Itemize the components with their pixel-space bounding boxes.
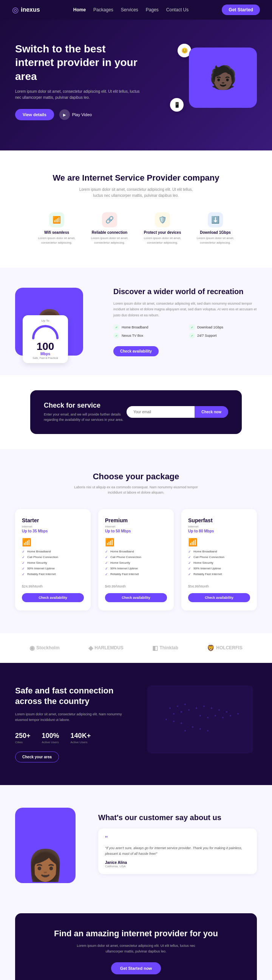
quote-author: Janice Alina — [105, 861, 250, 865]
pkg-premium-price: $49.99/Month — [105, 581, 167, 589]
stats-description: Lorem ipsum dolor sit amet, consectetur … — [15, 711, 128, 723]
pkg-starter-f0: ✓Home Broadband — [22, 550, 84, 554]
discover-checklist: ✓ Home Broadband ✓ Download 1Gbps ✓ Nexu… — [114, 324, 257, 339]
check-item-2: ✓ Nexus TV Box — [114, 332, 181, 339]
svg-point-22 — [184, 730, 186, 732]
pkg-starter-cta-button[interactable]: Check availability — [22, 593, 84, 602]
pkg-starter-type: Internet — [22, 525, 84, 528]
isp-description: Lorem ipsum dolor sit amet, consectetur … — [75, 187, 197, 199]
nav-packages[interactable]: Packages — [93, 7, 114, 13]
hero-view-details-button[interactable]: View details — [15, 109, 54, 120]
svg-point-21 — [200, 728, 201, 730]
check-icon: ✓ — [188, 561, 191, 565]
nav-pages[interactable]: Pages — [146, 7, 158, 13]
check-icon: ✓ — [188, 550, 191, 554]
testimonial-quote-box: " "If you aren't sure, always go for Int… — [98, 829, 257, 874]
testimonial-image: 👩🏾 — [15, 808, 83, 883]
nav-links: Home Packages Services Pages Contact Us — [73, 7, 189, 13]
wifi-desc: Lorem ipsum dolor sit amet, consectetur … — [38, 236, 75, 245]
isp-section: We are Internet Service Provider company… — [0, 150, 272, 268]
download-title: Download 1Gbps — [197, 231, 234, 234]
svg-point-0 — [169, 707, 171, 709]
pkg-superfast-type: Internet — [188, 525, 250, 528]
pkg-premium-f1: ✓Call Phone Connection — [105, 555, 167, 559]
speed-label: Safe, Fast & Practical — [29, 357, 62, 360]
logo-text: inexus — [21, 6, 40, 13]
testimonial-person-image: 👩🏾 — [15, 808, 75, 883]
pkg-superfast-speed: Up to 80 Mbps — [188, 529, 250, 533]
nav-cta-button[interactable]: Get Started — [222, 5, 260, 15]
discover-check-availability-button[interactable]: Check availability — [114, 346, 158, 356]
check-service-email-input[interactable] — [126, 406, 195, 418]
pkg-starter-wifi-icon: 📶 — [22, 538, 84, 547]
check-service-submit-button[interactable]: Check now — [195, 406, 228, 418]
connection-icon: 🔗 — [102, 212, 117, 228]
stats-map — [144, 686, 257, 753]
pkg-superfast-f3: ✓99% Internet Uptime — [188, 567, 250, 571]
stat-cities-label: Cities — [15, 741, 30, 744]
logo[interactable]: ◎ inexus — [12, 5, 40, 14]
holcerfis-icon: 🦁 — [207, 644, 214, 652]
download-desc: Lorem ipsum dolor sit amet, consectetur … — [197, 236, 234, 245]
svg-point-20 — [192, 726, 194, 728]
checkmark-icon-0: ✓ — [114, 324, 119, 330]
check-icon: ✓ — [188, 555, 191, 559]
check-service-title: Check for service — [44, 402, 126, 409]
stat-users-number: 140K+ — [70, 732, 91, 740]
pkg-premium-cta-button[interactable]: Check availability — [105, 593, 167, 602]
packages-grid: Starter Internet Up to 35 Mbps 📶 ✓Home B… — [15, 509, 257, 611]
check-icon: ✓ — [22, 567, 25, 571]
discover-image-area: 👩 Up To 100 Mbps Safe, Fast & Practical — [15, 288, 98, 356]
svg-point-23 — [207, 730, 208, 732]
hero-bubble-2: 📱 — [170, 98, 184, 111]
stats-numbers: 250+ Cities 100% Active Users 140K+ Acti… — [15, 732, 128, 744]
isp-feature-wifi: 📶 Wifi seamless Lorem ipsum dolor sit am… — [38, 212, 75, 245]
package-card-starter: Starter Internet Up to 35 Mbps 📶 ✓Home B… — [15, 509, 91, 611]
check-icon: ✓ — [22, 550, 25, 554]
speed-number: 100 — [29, 341, 62, 352]
stat-uptime: 100% Active Users — [42, 732, 59, 744]
svg-point-4 — [181, 711, 182, 713]
cta-title: Find an amazing internet provider for yo… — [30, 928, 242, 939]
check-service-section: Check for service Enter your email, and … — [30, 390, 242, 434]
checkmark-icon-1: ✓ — [189, 324, 195, 330]
check-icon: ✓ — [105, 561, 108, 565]
svg-point-1 — [177, 705, 178, 707]
svg-point-8 — [211, 707, 212, 709]
check-item-3: ✓ 24/7 Support — [189, 332, 257, 339]
pkg-starter-name: Starter — [22, 517, 84, 523]
hero-person-image: 🧑🏿 — [189, 48, 257, 108]
hero-image: 😊 🧑🏿 📱 — [174, 48, 257, 115]
nav-services[interactable]: Services — [121, 7, 138, 13]
download-icon: ⬇️ — [208, 212, 223, 228]
hero-play-button[interactable]: ▶ Play Video — [59, 109, 92, 120]
pkg-premium-f2: ✓Home Security — [105, 561, 167, 565]
nav-contact[interactable]: Contact Us — [166, 7, 189, 13]
pkg-starter-speed: Up to 35 Mbps — [22, 529, 84, 533]
check-service-form: Check now — [126, 406, 228, 418]
check-icon: ✓ — [188, 567, 191, 571]
partner-stockholm: ◉ Stockholm — [29, 644, 59, 652]
stat-uptime-label: Active Users — [42, 741, 59, 744]
speed-prefix: Up To — [29, 319, 62, 322]
svg-point-11 — [200, 715, 201, 716]
check-icon: ✓ — [188, 573, 191, 576]
isp-feature-protect: 🛡️ Protect your devices Lorem ipsum dolo… — [144, 212, 181, 245]
discover-title: Discover a wider world of recreation — [114, 286, 257, 296]
pkg-starter-price: $24.99/Month — [22, 581, 84, 589]
cta-get-started-button[interactable]: Get Started now — [111, 962, 161, 974]
check-area-button[interactable]: Check your area — [15, 751, 59, 762]
pkg-superfast-f0: ✓Home Broadband — [188, 550, 250, 554]
pkg-superfast-cta-button[interactable]: Check availability — [188, 593, 250, 602]
nav-home[interactable]: Home — [73, 7, 86, 13]
pkg-superfast-f4: ✓Reliably Fast Internet — [188, 573, 250, 576]
svg-point-17 — [222, 717, 224, 718]
svg-point-2 — [184, 703, 186, 705]
stat-uptime-number: 100% — [42, 732, 59, 740]
stockholm-icon: ◉ — [29, 644, 35, 652]
pkg-superfast-f2: ✓Home Security — [188, 561, 250, 565]
hero-description: Lorem ipsum dolor sit amet, consectetur … — [15, 89, 144, 101]
svg-point-10 — [226, 711, 227, 713]
speed-arc-svg — [30, 323, 61, 340]
harlemdus-icon: ◈ — [88, 644, 93, 652]
